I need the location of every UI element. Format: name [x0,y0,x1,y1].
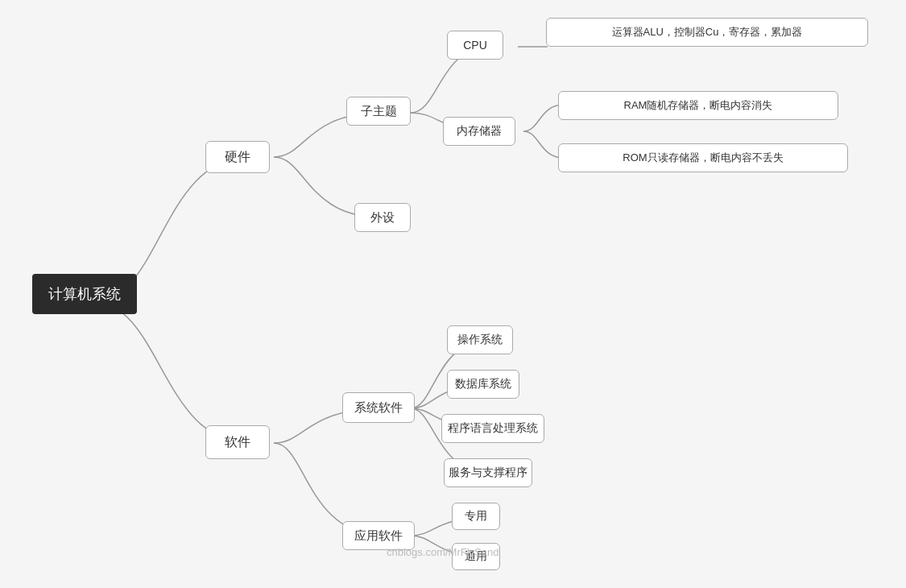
subtopic-label: 子主题 [361,104,397,119]
mindmap-canvas: 计算机系统 硬件 软件 子主题 外设 系统软件 应用软件 CPU 内存储器 操作… [0,0,906,588]
node-db: 数据库系统 [447,370,519,399]
db-label: 数据库系统 [455,377,511,391]
hardware-label: 硬件 [225,149,250,166]
node-rom: ROM只读存储器，断电内容不丢失 [558,143,848,172]
cpu-label: CPU [463,39,487,52]
node-ram: RAM随机存储器，断电内容消失 [558,91,838,120]
node-peripheral: 外设 [354,203,411,232]
special-label: 专用 [465,509,487,524]
node-memory: 内存储器 [443,117,515,146]
node-general: 通用 [452,543,500,570]
node-cpu: CPU [447,31,503,60]
rom-label: ROM只读存储器，断电内容不丢失 [623,151,783,165]
system-software-label: 系统软件 [354,400,403,416]
node-subtopic: 子主题 [346,97,411,126]
lang-label: 程序语言处理系统 [448,421,538,436]
node-system-software: 系统软件 [342,392,415,423]
node-cpu-detail: 运算器ALU，控制器Cu，寄存器，累加器 [546,18,868,47]
software-label: 软件 [225,434,250,451]
app-software-label: 应用软件 [354,528,403,544]
node-software: 软件 [205,425,270,459]
ram-label: RAM随机存储器，断电内容消失 [624,98,773,113]
root-node: 计算机系统 [32,274,137,314]
general-label: 通用 [465,549,487,564]
memory-label: 内存储器 [457,124,502,139]
node-os: 操作系统 [447,325,513,354]
node-service: 服务与支撑程序 [444,458,532,487]
node-hardware: 硬件 [205,141,270,173]
node-app-software: 应用软件 [342,521,415,550]
os-label: 操作系统 [457,333,503,347]
root-label: 计算机系统 [48,284,121,304]
node-lang: 程序语言处理系统 [441,414,544,443]
peripheral-label: 外设 [370,210,395,226]
service-label: 服务与支撑程序 [449,466,527,480]
node-special: 专用 [452,503,500,530]
cpu-detail-label: 运算器ALU，控制器Cu，寄存器，累加器 [612,25,803,39]
